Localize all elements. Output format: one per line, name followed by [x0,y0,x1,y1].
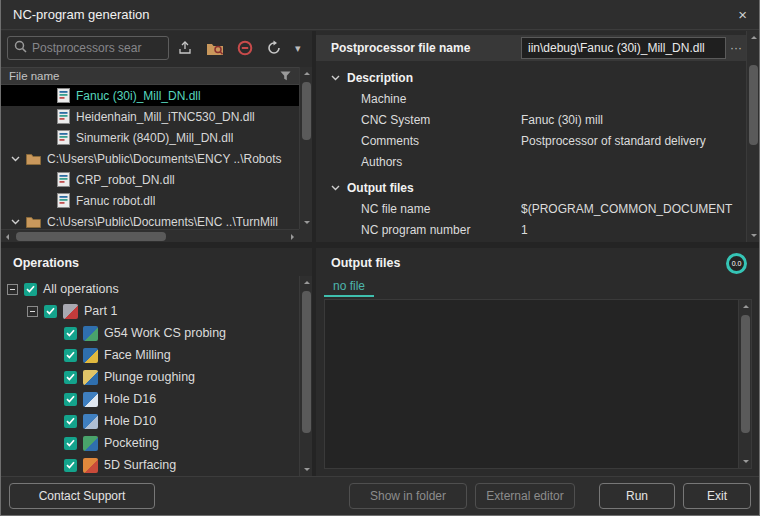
property-label: Comments [361,134,521,148]
properties-vertical-scrollbar[interactable] [746,31,759,242]
file-name-column-header[interactable]: File name [1,67,299,85]
output-vertical-scrollbar[interactable] [738,300,751,468]
property-row[interactable]: Authors [316,151,746,172]
property-label: NC file name [361,202,521,216]
operation-row[interactable]: Hole D10 [1,410,299,432]
property-row[interactable]: NC program number1 [316,219,746,240]
collapse-toggle-icon[interactable] [7,284,18,295]
chevron-down-icon [331,75,340,81]
property-rows: DescriptionMachineCNC SystemFanuc (30i) … [316,65,746,240]
scrollbar-thumb[interactable] [16,232,166,241]
filter-icon[interactable] [280,71,291,81]
scroll-up-icon[interactable] [739,300,752,313]
operation-row[interactable]: Face Milling [1,344,299,366]
search-icon [14,40,27,56]
dropdown-arrow-icon[interactable]: ▾ [295,42,301,55]
operation-row[interactable]: Pocketing [1,432,299,454]
contact-support-button[interactable]: Contact Support [9,483,155,509]
operation-checkbox[interactable] [64,459,77,472]
operation-row[interactable]: All operations [1,278,299,300]
dll-file-icon [57,130,70,145]
timer-badge: 0.0 [726,253,747,274]
scrollbar-thumb[interactable] [302,82,311,140]
property-row[interactable]: NC file name$(PROGRAM_COMMON_DOCUMENT [316,198,746,219]
operation-row[interactable]: 5D Surfacing [1,454,299,476]
property-value: 1 [521,223,746,237]
operation-row[interactable]: Hole D16 [1,388,299,410]
operation-checkbox[interactable] [64,415,77,428]
property-label: Machine [361,92,521,106]
property-label: Authors [361,155,521,169]
postprocessor-properties-panel: Postprocessor file name iin\debug\Fanuc … [316,31,759,242]
collapse-toggle-icon[interactable] [27,306,38,317]
operation-row[interactable]: Part 1 [1,300,299,322]
property-label: CNC System [361,113,521,127]
scrollbar-thumb[interactable] [741,315,750,433]
file-tree-file-row[interactable]: Heidenhain_Mill_iTNC530_DN.dll [1,106,299,127]
dll-file-icon [57,172,70,187]
external-editor-button[interactable]: External editor [475,483,575,509]
scrollbar-thumb[interactable] [749,65,758,145]
show-in-folder-button[interactable]: Show in folder [349,483,467,509]
operation-checkbox[interactable] [64,371,77,384]
output-file-content[interactable] [324,299,752,469]
postprocessor-file-row: Postprocessor file name iin\debug\Fanuc … [316,35,746,61]
remove-icon[interactable] [237,40,253,56]
file-tree-file-row[interactable]: Fanuc (30i)_Mill_DN.dll [1,85,299,106]
property-value: $(PROGRAM_COMMON_DOCUMENT [521,202,746,216]
output-files-panel: Output files 0.0 no file [316,248,759,476]
operation-label: Hole D16 [104,392,156,406]
scroll-down-icon[interactable] [747,229,760,242]
exit-button[interactable]: Exit [683,483,751,509]
file-name-label: Fanuc (30i)_Mill_DN.dll [76,89,201,103]
file-name-label: Fanuc robot.dll [76,194,155,208]
scrollbar-thumb[interactable] [302,291,311,433]
browse-ellipsis-button[interactable]: ··· [726,41,746,55]
refresh-icon[interactable] [266,40,282,56]
operation-label: G54 Work CS probing [104,326,226,340]
property-value: Postprocessor of standard delivery [521,134,746,148]
scroll-down-icon[interactable] [739,455,752,468]
property-value: Fanuc (30i) mill [521,113,746,127]
file-tree-folder-row[interactable]: C:\Users\Public\Documents\ENC ..\TurnMil… [1,211,299,229]
operation-row[interactable]: Plunge roughing [1,366,299,388]
operation-checkbox[interactable] [64,349,77,362]
file-list-vertical-scrollbar[interactable] [299,67,312,229]
operation-checkbox[interactable] [24,283,37,296]
property-row[interactable]: Machine [316,88,746,109]
file-name-label: C:\Users\Public\Documents\ENC ..\TurnMil… [47,215,278,229]
operations-vertical-scrollbar[interactable] [299,276,312,476]
run-button[interactable]: Run [599,483,675,509]
footer-right-group: Show in folder External editor Run Exit [349,483,751,509]
file-tree-folder-row[interactable]: C:\Users\Public\Documents\ENCY ..\Robots [1,148,299,169]
property-section-header[interactable]: Output files [316,177,746,198]
operations-title: Operations [13,256,79,270]
operation-checkbox[interactable] [64,393,77,406]
dll-file-icon [57,109,70,124]
operation-label: Part 1 [84,304,117,318]
file-tree-file-row[interactable]: Sinumerik (840D)_Mill_DN.dll [1,127,299,148]
search-input[interactable] [32,41,162,55]
operation-checkbox[interactable] [44,305,57,318]
file-name-label: Sinumerik (840D)_Mill_DN.dll [76,131,233,145]
postprocessor-file-path-field[interactable]: iin\debug\Fanuc (30i)_Mill_DN.dll [521,37,726,59]
browse-folder-icon[interactable] [206,41,224,56]
export-icon[interactable] [177,40,193,56]
operation-checkbox[interactable] [64,327,77,340]
file-tree-file-row[interactable]: Fanuc robot.dll [1,190,299,211]
scrollbar-corner [299,229,312,242]
property-row[interactable]: CommentsPostprocessor of standard delive… [316,130,746,151]
operation-checkbox[interactable] [64,437,77,450]
close-icon[interactable]: × [738,7,747,22]
file-name-label: C:\Users\Public\Documents\ENCY ..\Robots [47,152,282,166]
property-row[interactable]: CNC SystemFanuc (30i) mill [316,109,746,130]
file-list-horizontal-scrollbar[interactable] [1,229,299,242]
operation-row[interactable]: G54 Work CS probing [1,322,299,344]
nc-program-generation-window: NC-program generation × ▾ File name Fanu… [0,0,760,516]
scroll-up-icon[interactable] [747,31,760,44]
hole-d16-icon [83,392,98,407]
property-section-header[interactable]: Description [316,67,746,88]
file-tree-file-row[interactable]: CRP_robot_DN.dll [1,169,299,190]
chevron-down-icon [11,156,20,162]
tab-no-file[interactable]: no file [324,277,374,297]
